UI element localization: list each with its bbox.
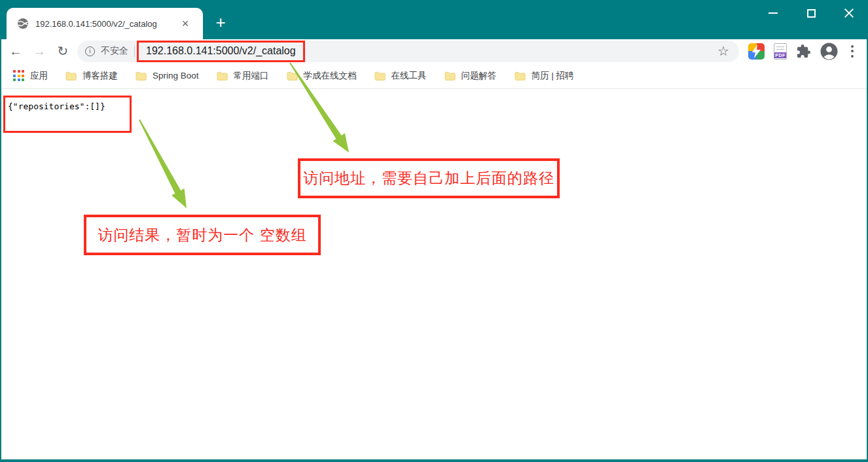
annotation-result-callout: 访问结果，暂时为一个 空数组	[84, 215, 321, 255]
json-response-text: {"repositories":[]}	[8, 101, 105, 111]
browser-window: { "tab": { "title": "192.168.0.141:5000/…	[0, 0, 868, 462]
annotation-result-text: 访问结果，暂时为一个 空数组	[98, 225, 306, 245]
json-response-box: {"repositories":[]}	[3, 96, 132, 133]
window-edge-bottom	[0, 459, 868, 462]
page-content: {"repositories":[]} 访问地址，需要自己加上后面的路径 访问结…	[0, 0, 868, 462]
annotation-url-text: 访问地址，需要自己加上后面的路径	[303, 168, 554, 188]
window-edge-left	[0, 39, 1, 462]
annotation-url-callout: 访问地址，需要自己加上后面的路径	[298, 158, 560, 198]
